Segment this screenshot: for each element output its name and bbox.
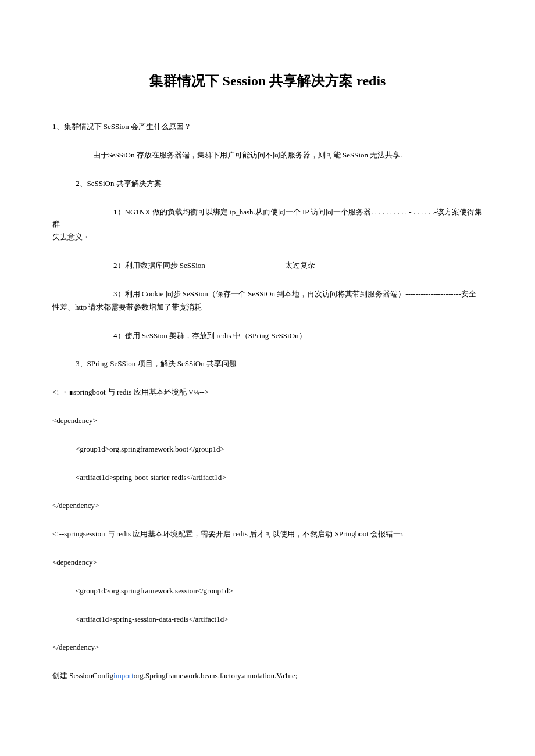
code-create-c: org.Springframework.beans.factory.annota… bbox=[134, 671, 298, 680]
solution-3-line-a: 3）利用 Cookie 同步 SeSSion（保存一个 SeSSiOn 到本地，… bbox=[113, 289, 476, 298]
heading-3: 3、SPring-SeSSion 项目，解决 SeSSiOn 共享问题 bbox=[76, 358, 483, 370]
code-create-a: 创建 SessionConfig bbox=[52, 671, 113, 680]
title-text-2: Session bbox=[223, 73, 266, 88]
import-keyword: import bbox=[113, 671, 134, 680]
solution-1: 1）NG1NX 做的负载均衡可以绑定 ip_hash.从而使同一个 IP 访问同… bbox=[52, 206, 483, 231]
solution-3-line-b: 性差、http 请求都需要带参数增加了带宽消耗 bbox=[52, 302, 483, 314]
heading-2: 2、SeSSiOn 共享解决方案 bbox=[76, 178, 483, 190]
code-comment-2: <!--springsession 与 redis 应用基本环境配置，需要开启 … bbox=[52, 528, 483, 540]
code-artifact-2: <artifact1d>spring-session-data-redis</a… bbox=[76, 614, 483, 626]
solution-1-line-a: 1）NG1NX 做的负载均衡可以绑定 ip_hash.从而使同一个 IP 访问同… bbox=[52, 207, 482, 228]
document-page: 集群情况下 Session 共享解决方案 redis 1、集群情况下 SeSSi… bbox=[0, 0, 535, 745]
code-create-session: 创建 SessionConfigimportorg.Springframewor… bbox=[52, 670, 483, 682]
answer-1: 由于$e$SiOn 存放在服务器端，集群下用户可能访问不同的服务器，则可能 Se… bbox=[93, 149, 483, 162]
title-text-1: 集群情况下 bbox=[149, 73, 223, 88]
question-1: 1、集群情况下 SeSSion 会产生什么原因？ bbox=[52, 121, 483, 133]
code-artifact-1: <artifact1d>spring-boot-starter-redis</a… bbox=[76, 472, 483, 484]
solution-2: 2）利用数据库同步 SeSSion ----------------------… bbox=[113, 260, 483, 272]
code-group-2: <group1d>org.springframework.session</gr… bbox=[76, 585, 483, 597]
title-text-4: redis bbox=[356, 73, 386, 88]
code-dep-open-1: <dependency> bbox=[52, 415, 483, 427]
code-group-1: <group1d>org.springframework.boot</group… bbox=[76, 443, 483, 456]
code-comment-1: <! ・∎springboot 与 redis 应用基本环境配 V¼--> bbox=[52, 386, 483, 399]
solution-1-line-b: 失去意义・ bbox=[52, 231, 483, 243]
code-dep-close-1: </dependency> bbox=[52, 500, 483, 512]
title-text-3: 共享解决方案 bbox=[266, 73, 356, 88]
solution-3: 3）利用 Cookie 同步 SeSSion（保存一个 SeSSiOn 到本地，… bbox=[52, 288, 483, 300]
document-title: 集群情况下 Session 共享解决方案 redis bbox=[52, 70, 483, 92]
code-dep-open-2: <dependency> bbox=[52, 557, 483, 569]
solution-4: 4）使用 SeSSion 架群，存放到 redis 中（SPring-SeSSi… bbox=[113, 330, 483, 342]
code-dep-close-2: </dependency> bbox=[52, 642, 483, 654]
